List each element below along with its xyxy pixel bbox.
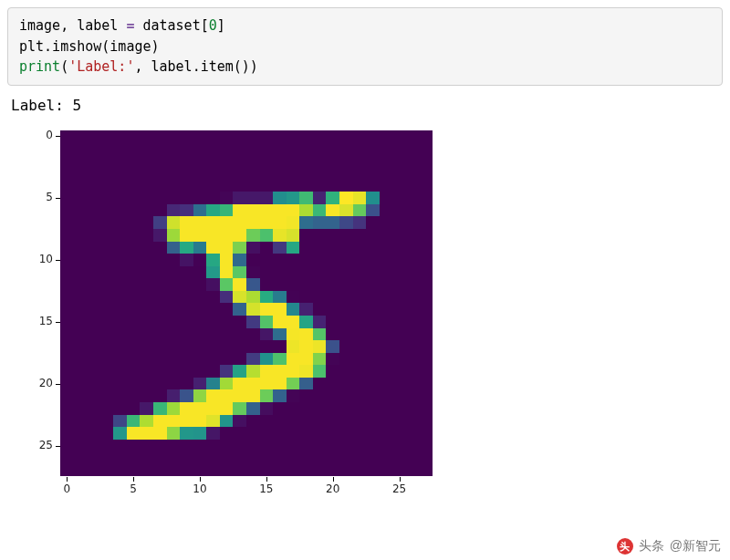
x-tick-label: 20 — [319, 482, 347, 495]
x-tick-label: 15 — [253, 482, 280, 495]
heatmap-grid — [60, 130, 433, 477]
x-tick-label: 25 — [386, 482, 413, 495]
x-tick-label: 10 — [186, 482, 214, 495]
y-tick-label: 0 — [16, 129, 53, 141]
y-tick-label: 15 — [16, 315, 53, 327]
code-line-1b: dataset[ — [134, 17, 208, 34]
code-line-1c: ] — [217, 17, 225, 34]
code-line-2: plt.imshow(image) — [19, 38, 160, 55]
code-line-3a: ( — [60, 58, 68, 75]
x-tick-label: 0 — [53, 482, 80, 495]
code-fn: print — [19, 58, 60, 75]
code-num: 0 — [209, 17, 217, 34]
code-line-1a: image, label — [19, 17, 126, 34]
y-tick-label: 10 — [16, 253, 53, 265]
code-cell: image, label = dataset[0] plt.imshow(ima… — [7, 7, 723, 86]
x-tick-label: 5 — [120, 482, 147, 495]
y-tick-label: 25 — [16, 439, 53, 451]
y-tick-label: 5 — [16, 191, 53, 203]
code-line-3b: , label.item()) — [134, 58, 257, 75]
plot-axes — [60, 130, 433, 477]
mnist-heatmap-plot: 0510152025 0510152025 — [13, 125, 469, 508]
stdout-output: Label: 5 — [7, 86, 723, 118]
y-tick-label: 20 — [16, 377, 53, 389]
code-str: 'Label:' — [68, 58, 134, 75]
